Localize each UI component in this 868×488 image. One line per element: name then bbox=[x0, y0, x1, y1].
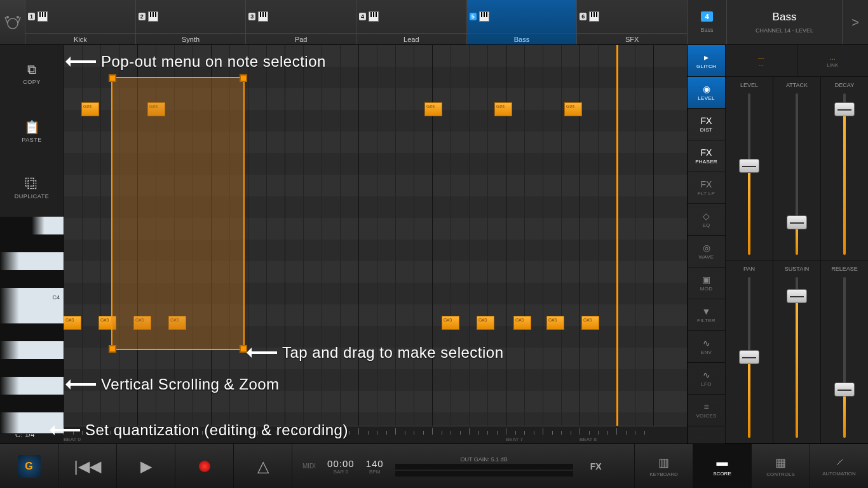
copy-button[interactable]: ⧉COPY bbox=[0, 45, 64, 102]
slider-decay[interactable]: DECAY bbox=[820, 77, 868, 261]
slider-sustain[interactable]: SUSTAIN bbox=[773, 261, 820, 444]
track-label: Kick bbox=[25, 33, 135, 44]
drum-machine-icon[interactable] bbox=[0, 0, 25, 44]
note[interactable]: G#3 bbox=[442, 316, 459, 330]
app-logo[interactable]: G bbox=[0, 444, 58, 488]
slider-release[interactable]: RELEASE bbox=[820, 261, 868, 444]
svg-point-1 bbox=[6, 16, 9, 18]
track-slot-sfx[interactable]: 6SFX bbox=[577, 0, 688, 44]
note[interactable]: G#4 bbox=[424, 102, 442, 116]
track-slot-kick[interactable]: 1Kick bbox=[25, 0, 136, 44]
master-fx-button[interactable]: FX bbox=[585, 461, 607, 471]
dist-label: DIST bbox=[700, 127, 712, 133]
track-number: 5 bbox=[470, 13, 477, 20]
track-slot-lead[interactable]: 4Lead bbox=[356, 0, 467, 44]
selection-handle[interactable] bbox=[240, 74, 247, 82]
svg-point-0 bbox=[8, 18, 18, 29]
fx-wave-button[interactable]: ◎WAVE bbox=[688, 236, 725, 268]
duplicate-button[interactable]: ⿻DUPLICATE bbox=[0, 159, 64, 217]
slider-attack[interactable]: ATTACK bbox=[773, 77, 820, 261]
selection-box[interactable] bbox=[111, 77, 245, 350]
duplicate-icon: ⿻ bbox=[25, 177, 38, 191]
slider-track[interactable] bbox=[748, 277, 750, 438]
track-slot-synth[interactable]: 2Synth bbox=[136, 0, 247, 44]
selected-track-chip[interactable]: 4 Bass bbox=[688, 0, 727, 44]
slider-pan[interactable]: PAN bbox=[725, 261, 773, 444]
piano-key[interactable] bbox=[0, 412, 64, 434]
slider-level[interactable]: LEVEL bbox=[725, 77, 773, 261]
track-label: Pad bbox=[246, 33, 356, 44]
slider-track[interactable] bbox=[843, 93, 846, 255]
mixer-link-cell[interactable]: ------ bbox=[725, 45, 797, 76]
beat-label: BEAT 0 bbox=[64, 437, 81, 442]
wave-label: WAVE bbox=[699, 254, 714, 260]
key-label-c4: C4 bbox=[52, 294, 60, 301]
paste-button[interactable]: 📋PASTE bbox=[0, 102, 64, 159]
phaser-label: PHASER bbox=[695, 159, 717, 165]
selection-handle[interactable] bbox=[109, 345, 116, 353]
top-right-panel: 4 Bass Bass CHANNEL 14 - LEVEL > bbox=[688, 0, 868, 44]
mini-wave bbox=[271, 7, 353, 26]
metronome-icon: △ bbox=[257, 458, 269, 475]
slider-thumb[interactable] bbox=[787, 215, 807, 229]
eq-icon: ◇ bbox=[703, 211, 710, 221]
record-button[interactable] bbox=[175, 444, 234, 488]
track-slot-pad[interactable]: 3Pad bbox=[246, 0, 356, 44]
fx-glitch-button[interactable]: ▸GLITCH bbox=[688, 45, 725, 77]
selection-handle[interactable] bbox=[240, 345, 247, 353]
slider-track[interactable] bbox=[796, 277, 798, 438]
voices-icon: ≡ bbox=[703, 402, 709, 412]
beat-label: BEAT 8 bbox=[580, 437, 597, 442]
track-bar: 1Kick2Synth3Pad4Lead5Bass6SFX 4 Bass Bas… bbox=[0, 0, 868, 45]
mixer-link-cell[interactable]: ...LINK bbox=[797, 45, 869, 76]
slider-thumb[interactable] bbox=[834, 383, 855, 396]
note[interactable]: G#3 bbox=[513, 316, 531, 330]
channel-sublabel: CHANNEL 14 - LEVEL bbox=[756, 27, 813, 34]
fx-filter-button[interactable]: ▼FILTER bbox=[688, 299, 725, 331]
fx-phaser-button[interactable]: FXPHASER bbox=[688, 140, 725, 172]
slider-label: PAN bbox=[743, 266, 755, 272]
piano-key-strip[interactable]: C4 bbox=[0, 217, 64, 426]
slider-track[interactable] bbox=[796, 93, 798, 255]
note[interactable]: G#4 bbox=[494, 102, 512, 116]
mode-score-button[interactable]: ▬SCORE bbox=[693, 444, 751, 488]
fx-level-button[interactable]: ◉LEVEL bbox=[688, 77, 725, 109]
time-display[interactable]: 00:00BAR 0 bbox=[327, 458, 355, 475]
env-label: ENV bbox=[701, 349, 712, 355]
mode-keyboard-button[interactable]: ▥KEYBOARD bbox=[634, 444, 693, 488]
fx-fltlp-button[interactable]: FXFLT LP bbox=[688, 172, 725, 204]
note[interactable]: G#4 bbox=[564, 102, 582, 116]
track-slot-bass[interactable]: 5Bass bbox=[467, 0, 578, 44]
slider-thumb[interactable] bbox=[739, 159, 759, 173]
beat-ruler[interactable]: BEAT 0BEAT 7BEAT 8 bbox=[64, 426, 687, 444]
fx-lfo-button[interactable]: ∿LFO bbox=[688, 363, 725, 395]
note[interactable]: G#3 bbox=[64, 316, 81, 330]
metronome-button[interactable]: △ bbox=[234, 444, 292, 488]
fx-env-button[interactable]: ∿ENV bbox=[688, 331, 725, 363]
note[interactable]: G#4 bbox=[81, 102, 99, 116]
svg-point-2 bbox=[17, 16, 19, 18]
note[interactable]: G#3 bbox=[477, 316, 494, 330]
fx-eq-button[interactable]: ◇EQ bbox=[688, 204, 725, 236]
bpm-display[interactable]: 140BPM bbox=[366, 458, 384, 475]
mini-wave bbox=[381, 7, 464, 26]
play-button[interactable]: ▶ bbox=[117, 444, 175, 488]
fx-dist-button[interactable]: FXDIST bbox=[688, 109, 725, 140]
note-grid[interactable]: G#4G#4G#4G#4G#4G#3G#3G#3G#3G#3G#3G#3G#3G… bbox=[64, 45, 687, 444]
mode-automation-button[interactable]: ⟋AUTOMATION bbox=[810, 444, 868, 488]
slider-thumb[interactable] bbox=[739, 350, 759, 364]
selection-handle[interactable] bbox=[109, 74, 116, 82]
note[interactable]: G#3 bbox=[546, 316, 564, 330]
next-channel-button[interactable]: > bbox=[843, 0, 868, 44]
slider-thumb[interactable] bbox=[787, 289, 807, 303]
rewind-button[interactable]: |◀◀ bbox=[58, 444, 117, 488]
mode-controls-button[interactable]: ▦CONTROLS bbox=[751, 444, 810, 488]
slider-track[interactable] bbox=[843, 277, 846, 438]
fx-voices-button[interactable]: ≡VOICES bbox=[688, 395, 725, 426]
channel-title: Bass CHANNEL 14 - LEVEL bbox=[727, 0, 843, 44]
note[interactable]: G#3 bbox=[581, 316, 599, 330]
slider-thumb[interactable] bbox=[834, 102, 855, 116]
fx-mod-button[interactable]: ▣MOD bbox=[688, 268, 725, 299]
playhead[interactable] bbox=[616, 45, 618, 426]
slider-track[interactable] bbox=[748, 93, 750, 255]
